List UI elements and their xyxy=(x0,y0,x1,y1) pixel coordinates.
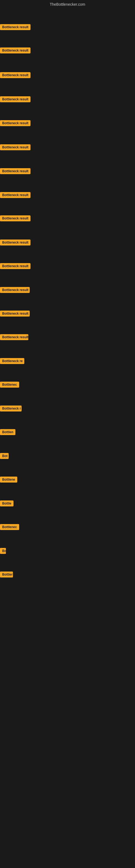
bottleneck-badge-12: Bottleneck result xyxy=(0,287,30,293)
bottleneck-item-10[interactable]: Bottleneck result xyxy=(0,240,31,247)
bottleneck-badge-6: Bottleneck result xyxy=(0,144,31,150)
bottleneck-item-1[interactable]: Bottleneck result xyxy=(0,24,31,31)
bottleneck-badge-3: Bottleneck result xyxy=(0,72,31,78)
bottleneck-badge-17: Bottleneck r xyxy=(0,405,21,411)
bottleneck-item-12[interactable]: Bottleneck result xyxy=(0,287,30,294)
bottleneck-item-2[interactable]: Bottleneck result xyxy=(0,48,31,55)
bottleneck-badge-5: Bottleneck result xyxy=(0,120,31,126)
bottleneck-badge-23: Bo xyxy=(0,548,6,554)
bottleneck-badge-11: Bottleneck result xyxy=(0,263,31,269)
bottleneck-badge-21: Bottle xyxy=(0,500,13,506)
bottleneck-item-5[interactable]: Bottleneck result xyxy=(0,120,31,127)
bottleneck-item-11[interactable]: Bottleneck result xyxy=(0,263,31,270)
bottleneck-badge-2: Bottleneck result xyxy=(0,48,31,54)
bottleneck-badge-10: Bottleneck result xyxy=(0,240,31,246)
bottleneck-item-4[interactable]: Bottleneck result xyxy=(0,96,31,103)
bottleneck-item-13[interactable]: Bottleneck result xyxy=(0,311,30,318)
bottleneck-item-6[interactable]: Bottleneck result xyxy=(0,144,31,151)
bottleneck-item-17[interactable]: Bottleneck r xyxy=(0,405,21,412)
bottleneck-item-14[interactable]: Bottleneck result xyxy=(0,334,28,341)
bottleneck-badge-18: Bottlen xyxy=(0,429,15,435)
bottleneck-badge-20: Bottlene xyxy=(0,476,17,483)
bottleneck-badge-13: Bottleneck result xyxy=(0,311,30,316)
bottleneck-badge-9: Bottleneck result xyxy=(0,215,31,221)
bottleneck-item-24[interactable]: Bottler xyxy=(0,571,13,579)
bottleneck-item-15[interactable]: Bottleneck re xyxy=(0,358,24,365)
bottleneck-badge-8: Bottleneck result xyxy=(0,192,31,198)
bottleneck-item-20[interactable]: Bottlene xyxy=(0,476,17,484)
bottleneck-item-8[interactable]: Bottleneck result xyxy=(0,192,31,199)
bottleneck-badge-4: Bottleneck result xyxy=(0,96,31,102)
bottleneck-item-22[interactable]: Bottlenec xyxy=(0,524,19,531)
site-title: TheBottlenecker.com xyxy=(0,0,135,9)
bottleneck-item-7[interactable]: Bottleneck result xyxy=(0,168,31,175)
bottleneck-badge-22: Bottlenec xyxy=(0,524,19,530)
bottleneck-item-21[interactable]: Bottle xyxy=(0,500,13,507)
bottleneck-badge-1: Bottleneck result xyxy=(0,24,31,30)
bottleneck-badge-24: Bottler xyxy=(0,571,13,578)
bottleneck-item-16[interactable]: Bottlenec xyxy=(0,382,19,389)
bottleneck-badge-19: Bot xyxy=(0,453,9,459)
bottleneck-badge-7: Bottleneck result xyxy=(0,168,31,174)
bottleneck-item-3[interactable]: Bottleneck result xyxy=(0,72,31,79)
bottleneck-badge-15: Bottleneck re xyxy=(0,358,24,364)
bottleneck-item-19[interactable]: Bot xyxy=(0,453,9,460)
bottleneck-item-18[interactable]: Bottlen xyxy=(0,429,15,436)
bottleneck-badge-14: Bottleneck result xyxy=(0,334,28,340)
bottleneck-badge-16: Bottlenec xyxy=(0,382,19,388)
bottleneck-item-23[interactable]: Bo xyxy=(0,548,6,555)
bottleneck-item-9[interactable]: Bottleneck result xyxy=(0,215,31,222)
